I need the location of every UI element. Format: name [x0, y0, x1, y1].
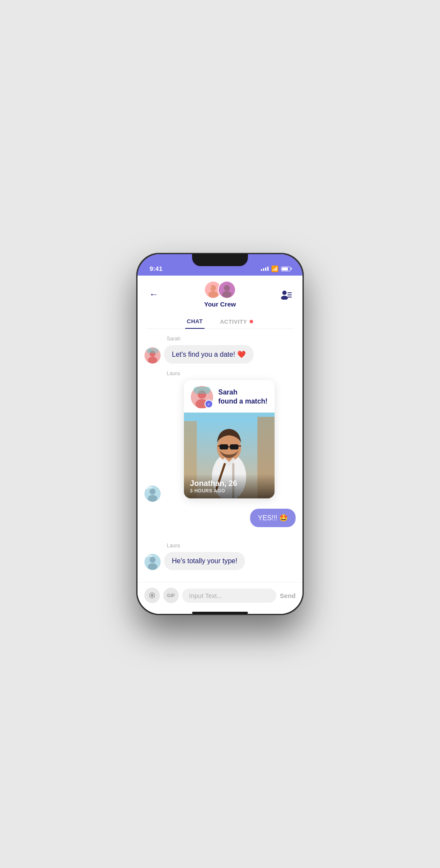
svg-rect-28 [230, 444, 238, 449]
message-text-1: Let's find you a date! ❤️ [172, 351, 246, 358]
sender-name-sarah: Sarah [167, 336, 296, 342]
input-bar: GIF Input Text... Send [138, 582, 302, 608]
svg-point-5 [224, 285, 230, 291]
avatar-laura-2 [144, 554, 161, 570]
svg-point-33 [150, 557, 156, 563]
laura-avatar-icon-2 [144, 554, 161, 570]
gif-button[interactable]: GIF [163, 588, 179, 603]
send-button[interactable]: Send [280, 592, 296, 599]
message-row-2: ✓ Sarahfound a match! [144, 380, 296, 502]
message-text-3: YES!!! 🤩 [258, 514, 288, 522]
gif-label: GIF [167, 593, 175, 598]
laura-avatar-icon-1 [144, 486, 161, 502]
sarah-avatar-icon [144, 347, 161, 364]
avatar-sarah [144, 347, 161, 364]
message-row-1: Let's find you a date! ❤️ [144, 345, 296, 364]
contacts-button[interactable] [278, 287, 294, 302]
phone-screen: 9:41 📶 ← [138, 254, 302, 614]
match-card-header: ✓ Sarahfound a match! [184, 380, 275, 413]
match-overlay: Jonathan, 26 3 HOURS AGO [184, 474, 275, 498]
app-content: ← [138, 276, 302, 614]
message-text-4: He's totally your type! [172, 557, 237, 565]
svg-point-36 [151, 594, 153, 597]
svg-point-7 [282, 291, 287, 295]
battery-icon [281, 267, 290, 271]
phone-frame: 9:41 📶 ← [136, 253, 304, 615]
match-avatar-wrap: ✓ [191, 386, 213, 408]
crew-avatars [204, 281, 236, 299]
svg-point-2 [208, 291, 218, 298]
message-bubble-3: YES!!! 🤩 [250, 509, 296, 527]
tab-activity[interactable]: ACTIVITY [218, 315, 255, 328]
contacts-icon [280, 289, 292, 300]
header: ← [138, 276, 302, 329]
wifi-icon: 📶 [271, 265, 278, 272]
match-check-icon: ✓ [205, 400, 213, 408]
signal-icon [261, 267, 269, 271]
back-arrow-icon: ← [149, 289, 159, 300]
svg-point-14 [148, 357, 157, 364]
match-person-name: Jonathan, 26 [190, 479, 269, 488]
svg-point-8 [281, 296, 288, 300]
avatar-friend-svg [219, 282, 235, 298]
message-row-3: YES!!! 🤩 [144, 509, 296, 527]
camera-button[interactable] [144, 588, 160, 603]
message-bubble-1: Let's find you a date! ❤️ [164, 345, 254, 364]
svg-point-18 [150, 489, 156, 495]
tabs: CHAT ACTIVITY [146, 311, 294, 329]
message-row-4: He's totally your type! [144, 552, 296, 570]
match-time: 3 HOURS AGO [190, 488, 269, 493]
notch [192, 254, 248, 266]
back-button[interactable]: ← [146, 287, 162, 302]
input-placeholder: Input Text... [189, 592, 222, 599]
match-card[interactable]: ✓ Sarahfound a match! [184, 380, 275, 498]
svg-point-3 [210, 287, 212, 288]
crew-title: Your Crew [204, 300, 236, 308]
svg-point-34 [148, 563, 157, 570]
svg-point-16 [149, 349, 151, 352]
svg-rect-15 [147, 348, 159, 353]
svg-point-6 [222, 291, 232, 298]
svg-rect-27 [220, 444, 228, 449]
match-person-photo: Jonathan, 26 3 HOURS AGO [184, 413, 275, 498]
activity-dot [250, 320, 253, 323]
tab-chat[interactable]: CHAT [185, 315, 205, 329]
status-icons: 📶 [261, 265, 290, 272]
camera-icon [149, 592, 156, 599]
crew-avatar-2 [218, 281, 236, 299]
svg-point-19 [148, 495, 157, 502]
chat-area: Sarah Let's find you a date! ❤️ [138, 329, 302, 614]
header-top: ← [146, 281, 294, 308]
status-time: 9:41 [150, 265, 162, 272]
message-bubble-4: He's totally your type! [164, 552, 245, 570]
match-found-text: Sarahfound a match! [218, 388, 268, 406]
avatar-laura-1 [144, 486, 161, 502]
home-indicator [192, 612, 248, 614]
spacer [144, 534, 296, 541]
input-bar-wrap: GIF Input Text... Send [138, 582, 302, 614]
svg-rect-23 [193, 387, 211, 394]
sender-name-laura-2: Laura [167, 543, 296, 549]
sender-name-laura-1: Laura [167, 370, 296, 376]
header-center: Your Crew [204, 281, 236, 308]
message-input[interactable]: Input Text... [182, 589, 276, 603]
